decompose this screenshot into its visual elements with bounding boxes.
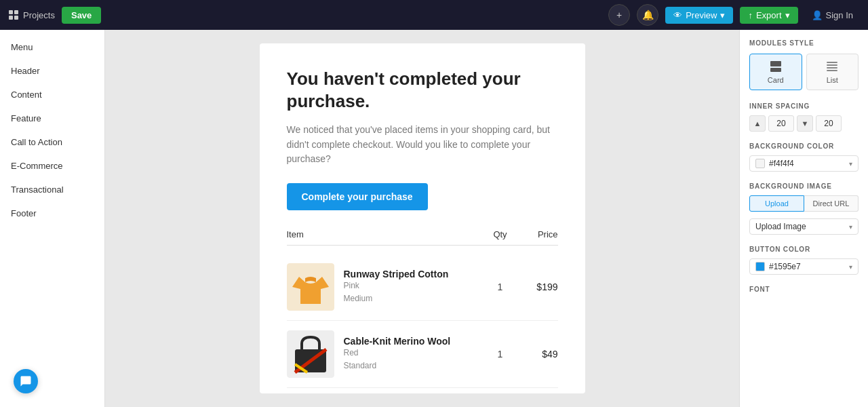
product-details-1: Runway Striped Cotton Pink Medium (344, 269, 484, 305)
background-color-swatch (755, 159, 765, 168)
product-image-1 (287, 263, 334, 311)
font-title: FONT (749, 286, 859, 293)
notifications-button[interactable]: 🔔 (637, 4, 658, 26)
direct-url-tab[interactable]: Direct URL (804, 195, 859, 212)
upload-image-chevron-icon: ▾ (849, 223, 852, 231)
sweater-icon (287, 263, 334, 311)
button-color-value: #1595e7 (769, 262, 845, 271)
product-details-2: Cable-Knit Merino Wool Red Standard (344, 336, 484, 372)
product-price-1: $199 (517, 282, 558, 292)
product-size-2: Standard (344, 360, 484, 372)
sidebar-item-content[interactable]: Content (0, 83, 104, 106)
product-name-1: Runway Striped Cotton (344, 269, 484, 279)
button-color-title: BUTTON COLOR (749, 246, 859, 253)
preview-icon: 👁 (673, 10, 682, 20)
add-button[interactable]: + (608, 4, 630, 26)
modules-style-title: MODULES STYLE (749, 39, 859, 47)
sidebar-item-call-to-action[interactable]: Call to Action (0, 130, 104, 154)
table-row: Runway Striped Cotton Pink Medium 1 $199 (287, 254, 558, 321)
topnav: Projects Save + 🔔 👁 Preview ▾ ↑ Export ▾… (0, 0, 868, 30)
sidebar-item-footer[interactable]: Footer (0, 201, 104, 225)
svg-rect-14 (827, 70, 837, 71)
upload-image-label: Upload Image (755, 222, 845, 231)
email-canvas: You haven't completed your purchase. We … (105, 30, 739, 407)
background-image-title: BACKGROUND IMAGE (749, 182, 859, 190)
inner-spacing-title: INNER SPACING (749, 102, 859, 110)
product-image-2 (287, 330, 334, 378)
spacing-down-button[interactable]: ▼ (797, 115, 813, 132)
table-header: Item Qty Price (287, 229, 558, 246)
svg-rect-1 (14, 10, 18, 14)
svg-rect-9 (770, 61, 781, 66)
list-style-button[interactable]: List (806, 54, 859, 90)
list-icon (825, 60, 839, 73)
inner-spacing-controls: ▲ 20 ▼ 20 (749, 115, 859, 132)
main-layout: Menu Header Content Feature Call to Acti… (0, 30, 868, 407)
svg-rect-10 (770, 68, 781, 72)
svg-rect-2 (9, 16, 13, 20)
button-color-swatch (755, 262, 765, 271)
background-color-selector[interactable]: #f4f4f4 ▾ (749, 155, 859, 172)
card-style-button[interactable]: Card (749, 54, 802, 90)
sidebar-item-menu[interactable]: Menu (0, 35, 104, 59)
background-image-tabs: Upload Direct URL (749, 195, 859, 212)
preview-chevron-icon: ▾ (720, 10, 725, 20)
email-preview-card: You haven't completed your purchase. We … (260, 43, 585, 393)
table-row: Cable-Knit Merino Wool Red Standard 1 $4… (287, 321, 558, 388)
cta-button[interactable]: Complete your purchase (287, 183, 428, 210)
sidebar-item-header[interactable]: Header (0, 59, 104, 83)
projects-link[interactable]: Projects (8, 9, 55, 20)
button-color-selector[interactable]: #1595e7 ▾ (749, 258, 859, 275)
chat-button[interactable] (14, 369, 38, 393)
col-item-header: Item (287, 229, 484, 239)
preview-button[interactable]: 👁 Preview ▾ (665, 7, 733, 24)
export-button[interactable]: ↑ Export ▾ (740, 7, 797, 24)
chat-icon (20, 375, 32, 387)
svg-rect-11 (827, 62, 837, 63)
export-chevron-icon: ▾ (785, 10, 790, 20)
svg-rect-3 (14, 16, 18, 20)
product-size-1: Medium (344, 292, 484, 305)
sidebar-item-transactional[interactable]: Transactional (0, 178, 104, 201)
product-color-2: Red (344, 347, 484, 360)
save-button[interactable]: Save (62, 7, 101, 24)
svg-rect-0 (9, 10, 13, 14)
button-color-chevron-icon: ▾ (849, 263, 852, 271)
spacing-bottom-value: 20 (816, 115, 842, 132)
product-color-1: Pink (344, 279, 484, 292)
module-style-grid: Card List (749, 54, 859, 90)
col-qty-header: Qty (484, 229, 517, 239)
background-color-value: #f4f4f4 (769, 159, 845, 168)
col-price-header: Price (517, 229, 558, 239)
spacing-up-button[interactable]: ▲ (749, 115, 766, 132)
background-color-chevron-icon: ▾ (849, 160, 852, 168)
svg-rect-13 (827, 67, 837, 69)
export-icon: ↑ (748, 10, 753, 20)
grid-icon (8, 9, 19, 20)
sidebar-item-ecommerce[interactable]: E-Commerce (0, 154, 104, 178)
sidebar-item-feature[interactable]: Feature (0, 106, 104, 130)
signin-button[interactable]: 👤 Sign In (805, 7, 860, 24)
sidebar: Menu Header Content Feature Call to Acti… (0, 30, 105, 407)
upload-image-selector[interactable]: Upload Image ▾ (749, 218, 859, 235)
email-heading: You haven't completed your purchase. (287, 68, 558, 112)
spacing-top-value: 20 (768, 115, 794, 132)
upload-tab[interactable]: Upload (749, 195, 804, 212)
product-qty-2: 1 (484, 349, 517, 360)
email-subtext: We noticed that you've placed items in y… (287, 123, 558, 167)
background-color-title: BACKGROUND COLOR (749, 142, 859, 150)
user-icon: 👤 (812, 10, 823, 20)
svg-rect-12 (827, 64, 837, 66)
product-price-2: $49 (517, 349, 558, 360)
projects-label: Projects (23, 10, 55, 20)
product-qty-1: 1 (484, 282, 517, 292)
card-icon (769, 60, 783, 73)
right-panel: MODULES STYLE Card List INNER SPACING (739, 30, 868, 407)
bag-icon (287, 330, 334, 378)
product-name-2: Cable-Knit Merino Wool (344, 336, 484, 347)
